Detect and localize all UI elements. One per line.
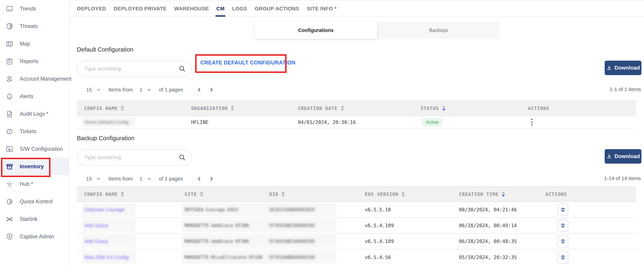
download-icon: [606, 65, 612, 71]
page-size-value[interactable]: 15: [86, 176, 92, 182]
eos-version-value: v6.5.5.10: [365, 207, 391, 213]
config-name-link[interactable]: Add Grace: [84, 238, 108, 244]
sidebar-item-quota-kontrol[interactable]: Quota Kontrol: [0, 193, 69, 210]
tab-configurations[interactable]: Configurations: [254, 22, 377, 39]
sidebar-item-label: Hub *: [20, 181, 33, 187]
sidebar-item-audit-logs[interactable]: Audit Logs *: [0, 105, 69, 123]
delete-button[interactable]: [558, 235, 568, 247]
sidebar-item-inventory[interactable]: Inventory: [0, 158, 69, 175]
did-value: EF1K43ABCAA000386: [269, 239, 315, 244]
creation-time-value: 06/28/2024, 00:49:14: [459, 223, 517, 228]
sort-icon[interactable]: [121, 192, 124, 197]
chevron-down-icon[interactable]: [147, 88, 152, 92]
sidebar-item-account-management[interactable]: Account Management: [0, 70, 69, 88]
sidebar-item-hub[interactable]: Hub *: [0, 175, 69, 193]
tab-logs[interactable]: LOGS: [232, 1, 247, 16]
page-number-value[interactable]: 1: [140, 87, 142, 93]
config-backup-tabs: Configurations Backups: [254, 22, 500, 39]
backup-download-button[interactable]: Download: [605, 149, 642, 164]
tab-cm[interactable]: CM: [216, 1, 224, 16]
config-name-link[interactable]: Odyssee Courage: [84, 207, 125, 213]
sort-icon-active[interactable]: [442, 106, 446, 111]
prev-page-button[interactable]: [197, 176, 202, 181]
column-header-site[interactable]: SITE: [184, 187, 203, 202]
sidebar-item-label: Tickets: [20, 128, 36, 135]
default-search-input[interactable]: [84, 66, 178, 72]
app-window: Trends Threats Map Reports Account Manag…: [0, 0, 644, 265]
config-name-link[interactable]: Add Grace: [84, 223, 108, 228]
sidebar-item-map[interactable]: Map: [0, 35, 69, 53]
sort-icon[interactable]: [341, 106, 344, 111]
column-header-organization[interactable]: ORGANIZATION: [191, 101, 234, 116]
of-pages-label: of 1 pages: [159, 87, 183, 93]
inventory-box-icon: [6, 163, 14, 171]
default-search-box: [77, 61, 192, 77]
prev-page-button[interactable]: [197, 87, 202, 92]
backup-table-header: CONFIG NAME SITE DID EOS VERSION CREATIO…: [77, 186, 636, 202]
sort-icon[interactable]: [402, 192, 405, 197]
sort-icon[interactable]: [121, 106, 124, 111]
trash-icon: [560, 206, 566, 213]
eos-version-value: v6.5.4.109: [365, 238, 394, 244]
column-header-config-name[interactable]: CONFIG NAME: [84, 101, 124, 116]
column-header-creation-time[interactable]: CREATION TIME: [459, 187, 505, 202]
hub-icon: [6, 180, 14, 188]
default-table-header: CONFIG NAME ORGANIZATION CREATION DATE S…: [77, 101, 636, 116]
column-header-config-name[interactable]: CONFIG NAME: [84, 187, 124, 202]
sort-icon[interactable]: [282, 192, 285, 197]
sidebar-item-label: Account Management: [20, 76, 72, 82]
column-header-actions: ACTIONS: [528, 101, 549, 116]
chevron-down-icon[interactable]: [147, 176, 152, 181]
kebab-menu-icon[interactable]: [530, 118, 534, 127]
chevron-down-icon[interactable]: [96, 88, 101, 92]
sidebar-item-threats[interactable]: Threats: [0, 18, 69, 35]
sidebar-item-label: Starlink: [20, 216, 38, 222]
tab-backups[interactable]: Backups: [377, 22, 500, 39]
tab-deployed[interactable]: DEPLOYED: [77, 1, 106, 16]
delete-button[interactable]: [558, 251, 568, 263]
chevron-down-icon[interactable]: [96, 176, 101, 181]
tab-group-actions[interactable]: GROUP ACTIONS: [255, 1, 300, 16]
sidebar-item-tickets[interactable]: Tickets: [0, 123, 69, 140]
column-header-eos-version[interactable]: EOS VERSION: [365, 187, 405, 202]
top-tab-bar: DEPLOYED DEPLOYED PRIVATE WAREHOUSE CM L…: [69, 0, 644, 17]
tab-deployed-private[interactable]: DEPLOYED PRIVATE: [114, 1, 167, 16]
tab-warehouse[interactable]: WAREHOUSE: [174, 1, 209, 16]
next-page-button[interactable]: [209, 87, 214, 92]
users-icon: [6, 75, 14, 83]
default-download-button[interactable]: Download: [605, 61, 642, 75]
eos-version-value: v6.5.4.109: [365, 223, 394, 228]
page-size-value[interactable]: 15: [86, 87, 92, 93]
default-pagination: 15 Items from 1 of 1 pages: [86, 84, 214, 95]
sidebar-item-alerts[interactable]: Alerts: [0, 88, 69, 105]
table-row: Add Grace MARQUETTE-AddGrace-EF386 EF1K4…: [77, 218, 636, 233]
delete-button[interactable]: [558, 203, 568, 216]
monitor-icon: [6, 5, 14, 13]
column-header-creation-date[interactable]: CREATION DATE: [298, 101, 344, 116]
page-number-value[interactable]: 1: [140, 176, 142, 182]
sort-icon[interactable]: [200, 192, 203, 197]
column-header-status[interactable]: STATUS: [421, 101, 446, 116]
sidebar-item-trends[interactable]: Trends: [0, 0, 69, 18]
sort-icon[interactable]: [231, 106, 234, 111]
sidebar-item-label: Audit Logs *: [20, 111, 48, 117]
column-header-did[interactable]: DID: [269, 187, 285, 202]
sort-icon-active[interactable]: [502, 192, 505, 197]
tab-site-info[interactable]: SITE INFO *: [307, 1, 336, 16]
sidebar-item-sw-configuration[interactable]: S/W Configuration: [0, 140, 69, 158]
sidebar-item-label: Alerts: [20, 93, 33, 100]
backup-items-range: 1-14 of 14 items: [604, 175, 641, 181]
sidebar-item-starlink[interactable]: Starlink: [0, 210, 69, 228]
site-value: ODYSSEA-Courage-EA52: [184, 207, 238, 212]
delete-button[interactable]: [558, 219, 568, 232]
backup-search-input[interactable]: [84, 154, 178, 160]
sidebar-item-label: S/W Configuration: [20, 146, 63, 152]
create-default-configuration-button[interactable]: CREATE DEFAULT CONFIGURATION: [200, 60, 296, 66]
sidebar-item-captive-admin[interactable]: Captive Admin: [0, 228, 69, 245]
next-page-button[interactable]: [209, 176, 214, 181]
download-icon: [606, 153, 612, 159]
table-row: Odyssee Courage ODYSSEA-Courage-EA52 SK1…: [77, 202, 636, 218]
sidebar-item-reports[interactable]: Reports: [0, 53, 69, 70]
config-name-link[interactable]: Miss Ellie K4 Config: [84, 254, 129, 260]
config-name-value[interactable]: Hines Default Config: [84, 119, 128, 125]
